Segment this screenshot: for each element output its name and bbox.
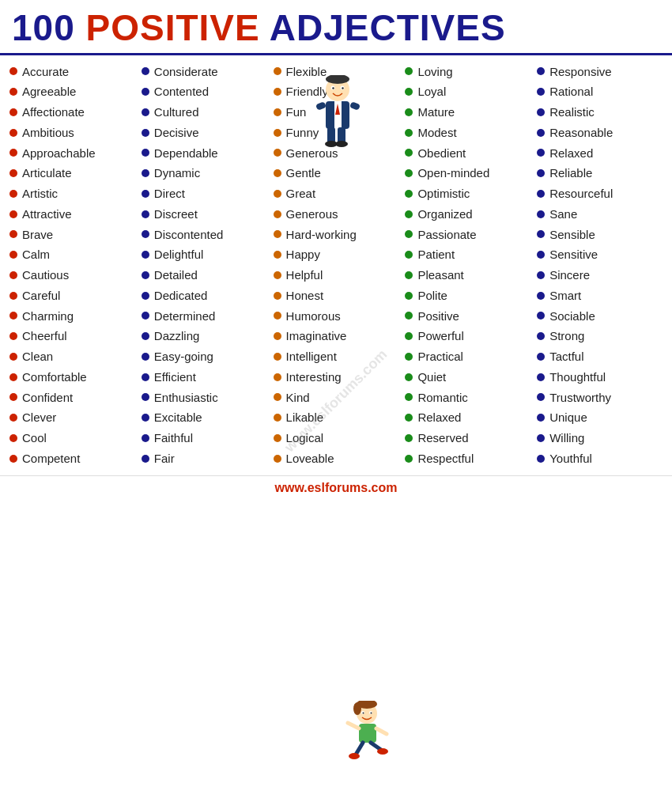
bullet-icon (405, 67, 413, 75)
bullet-icon (537, 312, 545, 320)
word-label: Careful (22, 287, 60, 305)
bullet-icon (537, 434, 545, 442)
list-item: Loving (405, 62, 530, 82)
word-label: Sane (549, 206, 577, 223)
list-item: Attractive (9, 204, 135, 225)
list-item: Tactful (537, 346, 663, 367)
bullet-icon (537, 108, 545, 116)
bullet-icon (537, 353, 545, 361)
svg-line-25 (356, 743, 363, 755)
bullet-icon (142, 129, 149, 137)
list-item: Discontented (142, 225, 267, 245)
svg-rect-7 (334, 101, 342, 129)
word-label: Loving (417, 63, 452, 81)
list-item: Competent (9, 448, 135, 469)
list-item: Humorous (274, 306, 399, 327)
word-label: Pleasant (417, 267, 463, 284)
bullet-icon (9, 271, 17, 279)
list-item: Brave (9, 225, 135, 245)
bullet-icon (537, 292, 545, 300)
bullet-icon (142, 292, 149, 300)
bullet-icon (274, 108, 281, 116)
list-item: Relaxed (405, 407, 530, 428)
bullet-icon (537, 129, 545, 137)
word-label: Direct (154, 185, 185, 202)
bullet-icon (142, 373, 149, 381)
bullet-icon (9, 353, 17, 361)
list-item: Discreet (142, 204, 267, 225)
bullet-icon (537, 373, 545, 381)
word-label: Helpful (286, 267, 323, 284)
list-item: Loveable (274, 448, 399, 469)
word-label: Powerful (417, 327, 463, 345)
list-item: Cheerful (9, 326, 135, 346)
word-label: Discontented (154, 226, 224, 244)
word-label: Ambitious (22, 124, 74, 142)
word-label: Hard-working (286, 226, 357, 244)
word-label: Sincere (549, 267, 590, 284)
word-label: Passionate (417, 226, 476, 244)
list-item: Reserved (405, 428, 530, 448)
list-item: Dedicated (142, 286, 267, 306)
list-item: Open-minded (405, 163, 530, 183)
list-item: Dazzling (142, 326, 267, 346)
word-label: Reserved (417, 429, 468, 447)
bullet-icon (9, 455, 17, 463)
list-item: Artistic (9, 183, 135, 204)
list-item: Considerate (142, 62, 267, 82)
list-item: Relaxed (537, 143, 663, 164)
list-item: Optimistic (405, 183, 530, 204)
word-label: Obedient (417, 145, 466, 162)
footer: www.eslforums.com (0, 475, 672, 500)
word-label: Efficient (154, 369, 196, 386)
word-label: Comfortable (22, 369, 87, 386)
word-label: Dynamic (154, 165, 200, 182)
bullet-icon (142, 271, 149, 279)
bullet-icon (537, 210, 545, 218)
word-label: Thoughtful (549, 369, 606, 386)
word-label: Confident (22, 389, 73, 407)
bullet-icon (142, 455, 149, 463)
bullet-icon (9, 312, 17, 320)
list-item: Trustworthy (537, 388, 663, 408)
bullet-icon (142, 210, 149, 218)
word-label: Trustworthy (549, 389, 611, 407)
bullet-icon (9, 169, 17, 177)
list-item: Excitable (142, 407, 267, 428)
bullet-icon (9, 251, 17, 259)
bullet-icon (9, 373, 17, 381)
word-label: Polite (417, 287, 447, 305)
bullet-icon (405, 414, 413, 422)
word-label: Strong (549, 327, 584, 345)
word-label: Calm (22, 246, 50, 263)
bullet-icon (142, 353, 149, 361)
list-item: Respectful (405, 448, 530, 469)
list-item: Unique (537, 407, 663, 428)
list-item: Detailed (142, 265, 267, 286)
list-item: Resourceful (537, 183, 663, 204)
bullet-icon (274, 455, 281, 463)
word-label: Relaxed (549, 145, 593, 162)
word-label: Charming (22, 308, 74, 325)
list-item: Sincere (537, 265, 663, 286)
word-label: Clean (22, 348, 53, 365)
bullet-icon (142, 67, 149, 75)
list-item: Decisive (142, 123, 267, 143)
cartoon-character-2 (342, 701, 393, 764)
word-label: Kind (286, 389, 310, 407)
word-label: Detailed (154, 267, 198, 284)
word-label: Clever (22, 409, 56, 426)
word-label: Considerate (154, 63, 218, 81)
bullet-icon (537, 169, 545, 177)
word-label: Modest (417, 124, 456, 142)
svg-point-17 (353, 702, 361, 715)
list-item: Easy-going (142, 346, 267, 367)
list-item: Great (274, 183, 399, 204)
bullet-icon (274, 149, 281, 157)
svg-point-4 (332, 87, 334, 89)
bullet-icon (537, 251, 545, 259)
word-label: Imaginative (286, 327, 347, 345)
word-label: Delightful (154, 246, 204, 263)
list-item: Realistic (537, 102, 663, 123)
list-item: Clever (9, 407, 135, 428)
